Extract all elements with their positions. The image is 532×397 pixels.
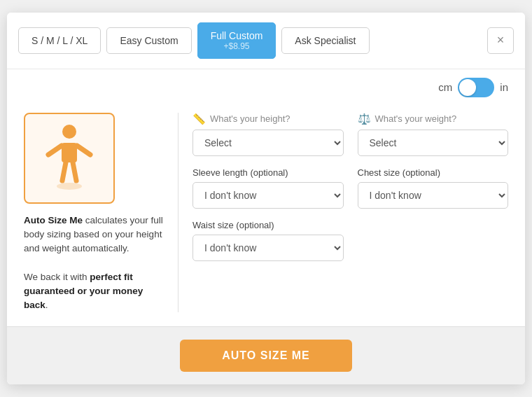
auto-size-description: Auto Size Me calculates your full body s…	[24, 214, 164, 313]
tab-size[interactable]: S / M / L / XL	[18, 27, 101, 54]
svg-point-6	[57, 183, 82, 190]
chest-field-group: Chest size (optional) I don't know Small…	[358, 167, 509, 209]
chest-label: Chest size (optional)	[358, 167, 509, 178]
ruler-icon: 📏	[192, 113, 206, 125]
main-content: Auto Size Me calculates your full body s…	[7, 102, 525, 327]
sleeve-field-group: Sleeve length (optional) I don't know Sh…	[192, 167, 344, 209]
close-button[interactable]: ×	[487, 27, 514, 54]
svg-line-3	[77, 146, 90, 155]
tab-easy-custom[interactable]: Easy Custom	[106, 27, 191, 54]
tab-full-custom-sublabel: +$8.95	[211, 41, 263, 51]
tab-full-custom[interactable]: Full Custom +$8.95	[197, 22, 276, 59]
scale-icon: ⚖️	[358, 113, 371, 125]
right-panel: 📏 What's your height? Select 5'0"5'1"5'2…	[192, 113, 508, 313]
height-select[interactable]: Select 5'0"5'1"5'2" 5'6"5'10"6'0"	[192, 130, 344, 156]
figure-box	[24, 113, 115, 204]
panel-divider	[178, 113, 178, 313]
svg-point-0	[62, 125, 76, 139]
unit-toggle[interactable]	[458, 78, 494, 97]
svg-line-4	[62, 162, 66, 181]
in-label: in	[500, 81, 508, 93]
tab-bar: S / M / L / XL Easy Custom Full Custom +…	[7, 13, 525, 69]
auto-size-brand: Auto Size Me	[24, 215, 83, 225]
toggle-thumb	[459, 79, 476, 96]
chest-select[interactable]: I don't know SmallMediumLarge	[358, 182, 509, 209]
weight-select[interactable]: Select 100 lbs130 lbs160 lbs 180 lbs200 …	[358, 130, 509, 156]
fields-grid: 📏 What's your height? Select 5'0"5'1"5'2…	[192, 113, 508, 261]
waist-field-group: Waist size (optional) I don't know 28"30…	[192, 220, 344, 261]
height-field-group: 📏 What's your height? Select 5'0"5'1"5'2…	[192, 113, 344, 156]
unit-toggle-row: cm in	[7, 69, 525, 102]
sleeve-select[interactable]: I don't know ShortMediumLong	[192, 182, 344, 209]
body-figure-icon	[45, 123, 94, 193]
tab-full-custom-label: Full Custom	[211, 30, 263, 41]
waist-select[interactable]: I don't know 28"30"32"34"36"	[192, 235, 344, 261]
svg-line-5	[73, 162, 76, 181]
height-label: 📏 What's your height?	[192, 113, 344, 125]
auto-size-me-button[interactable]: AUTO SIZE ME	[180, 340, 352, 372]
size-selection-modal: S / M / L / XL Easy Custom Full Custom +…	[7, 13, 525, 385]
footer: AUTO SIZE ME	[7, 326, 525, 384]
weight-label: ⚖️ What's your weight?	[358, 113, 509, 125]
tab-ask-specialist[interactable]: Ask Specialist	[281, 27, 369, 54]
weight-field-group: ⚖️ What's your weight? Select 100 lbs130…	[358, 113, 509, 156]
sleeve-label: Sleeve length (optional)	[192, 167, 344, 178]
waist-label: Waist size (optional)	[192, 220, 344, 230]
left-panel: Auto Size Me calculates your full body s…	[24, 113, 164, 313]
svg-line-2	[48, 146, 62, 155]
cm-label: cm	[438, 81, 452, 93]
